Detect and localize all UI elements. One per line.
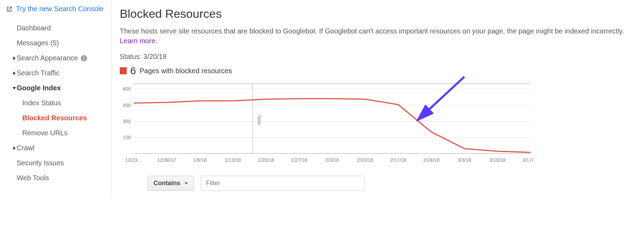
svg-text:12/30/17: 12/30/17 bbox=[157, 157, 176, 163]
chart-svg: 150300450600Note12/23…12/30/171/6/181/13… bbox=[120, 80, 534, 164]
try-new-console-link[interactable]: Try the new Search Console bbox=[6, 5, 111, 13]
chart: 150300450600Note12/23…12/30/171/6/181/13… bbox=[120, 80, 534, 165]
sidebar-item-search-appearance[interactable]: Search Appearance i bbox=[6, 51, 111, 66]
status-line: Status: 3/20/18 bbox=[120, 53, 636, 61]
svg-text:3/10/18: 3/10/18 bbox=[489, 157, 506, 163]
svg-text:600: 600 bbox=[123, 86, 131, 92]
svg-text:12/23…: 12/23… bbox=[125, 157, 142, 163]
svg-text:Note: Note bbox=[257, 115, 262, 126]
legend-swatch bbox=[120, 67, 127, 74]
sidebar-item-search-traffic[interactable]: Search Traffic bbox=[6, 66, 111, 81]
svg-text:2/17/18: 2/17/18 bbox=[390, 157, 407, 163]
info-icon: i bbox=[81, 55, 87, 61]
svg-text:300: 300 bbox=[123, 119, 131, 124]
svg-text:1/13/18: 1/13/18 bbox=[225, 157, 241, 163]
sidebar-item-crawl[interactable]: Crawl bbox=[6, 141, 111, 156]
chevron-down-icon bbox=[184, 182, 188, 184]
contains-dropdown[interactable]: Contains bbox=[148, 176, 194, 191]
svg-text:3/17/18: 3/17/18 bbox=[523, 157, 534, 163]
page-title: Blocked Resources bbox=[120, 7, 636, 21]
legend-value: 6 bbox=[130, 65, 136, 77]
page-description: These hosts serve site resources that ar… bbox=[120, 26, 636, 46]
sidebar-item-index-status[interactable]: Index Status bbox=[6, 96, 111, 111]
legend-label: Pages with blocked resources bbox=[140, 67, 232, 75]
svg-text:1/20/18: 1/20/18 bbox=[258, 157, 274, 163]
svg-text:2/3/18: 2/3/18 bbox=[325, 157, 339, 163]
sidebar-item-google-index[interactable]: Google Index bbox=[6, 81, 111, 96]
sidebar-item-blocked-resources[interactable]: Blocked Resources bbox=[6, 111, 111, 126]
main-content: Blocked Resources These hosts serve site… bbox=[111, 0, 644, 198]
sidebar-item-security-issues[interactable]: Security Issues bbox=[6, 156, 111, 171]
svg-text:1/27/18: 1/27/18 bbox=[291, 157, 307, 163]
svg-text:3/3/18: 3/3/18 bbox=[458, 157, 471, 163]
external-link-icon bbox=[6, 6, 13, 12]
svg-text:2/10/18: 2/10/18 bbox=[357, 157, 374, 163]
svg-text:1/6/18: 1/6/18 bbox=[193, 157, 207, 163]
sidebar-item-dashboard[interactable]: Dashboard bbox=[6, 21, 111, 36]
sidebar-item-remove-urls[interactable]: Remove URLs bbox=[6, 126, 111, 141]
filter-row: Contains bbox=[120, 176, 636, 191]
legend: 6 Pages with blocked resources bbox=[120, 65, 636, 77]
sidebar-item-web-tools[interactable]: Web Tools bbox=[6, 171, 111, 186]
sidebar: Try the new Search Console Dashboard Mes… bbox=[0, 0, 111, 198]
filter-input[interactable] bbox=[201, 176, 364, 191]
svg-text:450: 450 bbox=[123, 103, 131, 108]
svg-text:150: 150 bbox=[123, 135, 131, 140]
try-new-console-label: Try the new Search Console bbox=[16, 5, 104, 13]
learn-more-link[interactable]: Learn more. bbox=[120, 37, 157, 45]
svg-text:2/24/18: 2/24/18 bbox=[423, 157, 440, 163]
sidebar-item-messages[interactable]: Messages (5) bbox=[6, 36, 111, 51]
